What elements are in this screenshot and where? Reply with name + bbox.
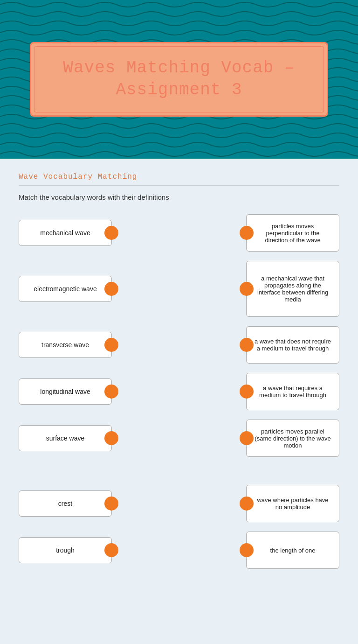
def-label: a wave that does not require a medium to… (254, 338, 331, 352)
match-row: longitudinal wave a wave that requires a… (19, 373, 339, 410)
def-label: a mechanical wave that propagates along … (254, 275, 331, 303)
main-content: Wave Vocabulary Matching Match the vocab… (0, 159, 358, 644)
definition-box[interactable]: wave where particles have no amplitude (246, 485, 339, 522)
term-connector-dot[interactable] (104, 338, 118, 352)
term-label: crest (58, 500, 72, 507)
term-box[interactable]: electromagnetic wave (19, 276, 112, 302)
section-title: Wave Vocabulary Matching (19, 173, 339, 181)
def-label: particles moves perpendicular to the dir… (254, 223, 331, 244)
term-connector-dot[interactable] (104, 543, 118, 557)
divider (19, 185, 339, 186)
term-connector-dot[interactable] (104, 385, 118, 399)
instructions: Match the vocabulary words with their de… (19, 193, 339, 201)
definition-box[interactable]: particles moves perpendicular to the dir… (246, 214, 339, 252)
term-box[interactable]: surface wave (19, 425, 112, 451)
term-connector-dot[interactable] (104, 431, 118, 445)
term-connector-dot[interactable] (104, 226, 118, 240)
match-row: trough the length of one (19, 532, 339, 569)
title-box: Waves Matching Vocab –Assignment 3 (30, 42, 328, 117)
def-label: wave where particles have no amplitude (254, 497, 331, 511)
term-label: transverse wave (41, 341, 89, 349)
term-label: surface wave (46, 434, 84, 442)
def-connector-dot[interactable] (240, 282, 254, 296)
page-title: Waves Matching Vocab –Assignment 3 (50, 57, 308, 101)
term-connector-dot[interactable] (104, 497, 118, 511)
term-label: mechanical wave (40, 229, 90, 237)
definition-box[interactable]: a mechanical wave that propagates along … (246, 261, 339, 317)
definition-box[interactable]: particles moves parallel (same direction… (246, 420, 339, 457)
definition-box[interactable]: the length of one (246, 532, 339, 569)
header-section: Waves Matching Vocab –Assignment 3 (0, 0, 358, 159)
group-separator (19, 466, 339, 485)
definition-box[interactable]: a wave that does not require a medium to… (246, 326, 339, 364)
def-connector-dot[interactable] (240, 431, 254, 445)
term-box[interactable]: trough (19, 537, 112, 563)
term-box[interactable]: mechanical wave (19, 220, 112, 246)
match-row: surface wave particles moves parallel (s… (19, 420, 339, 457)
term-label: trough (56, 546, 75, 554)
def-connector-dot[interactable] (240, 497, 254, 511)
definition-box[interactable]: a wave that requires a medium to travel … (246, 373, 339, 410)
def-label: a wave that requires a medium to travel … (254, 385, 331, 399)
term-box[interactable]: transverse wave (19, 332, 112, 358)
term-box[interactable]: longitudinal wave (19, 378, 112, 405)
term-connector-dot[interactable] (104, 282, 118, 296)
match-row: transverse wave a wave that does not req… (19, 326, 339, 364)
match-row: electromagnetic wave a mechanical wave t… (19, 261, 339, 317)
def-label: the length of one (270, 547, 316, 554)
def-connector-dot[interactable] (240, 226, 254, 240)
term-label: longitudinal wave (40, 388, 90, 395)
def-connector-dot[interactable] (240, 385, 254, 399)
def-label: particles moves parallel (same direction… (254, 428, 331, 449)
def-connector-dot[interactable] (240, 338, 254, 352)
match-row: mechanical wave particles moves perpendi… (19, 214, 339, 252)
def-connector-dot[interactable] (240, 543, 254, 557)
term-label: electromagnetic wave (34, 285, 96, 293)
match-row: crest wave where particles have no ampli… (19, 485, 339, 522)
matching-area: mechanical wave particles moves perpendi… (19, 214, 339, 578)
term-box[interactable]: crest (19, 490, 112, 517)
